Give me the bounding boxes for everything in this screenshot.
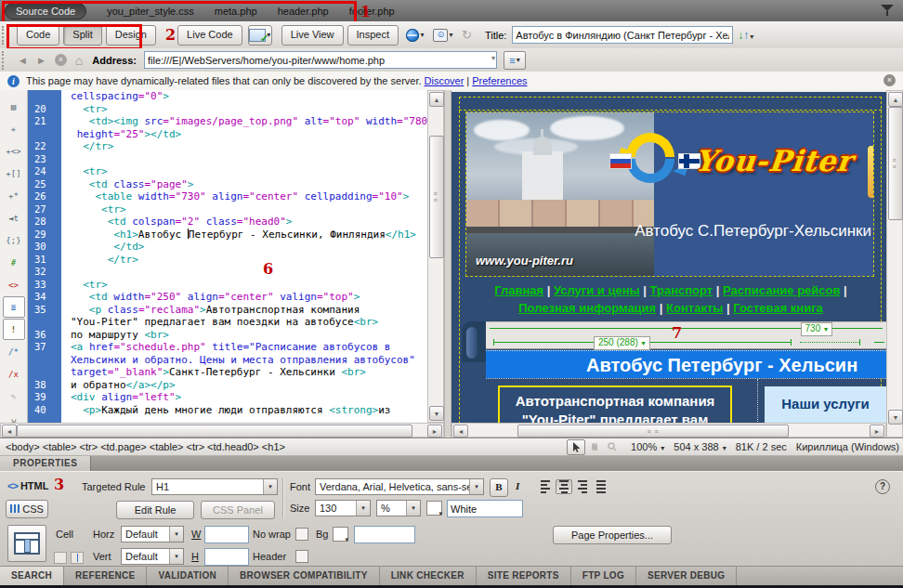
file-management-icon[interactable]: ↓↑▾ (738, 29, 753, 42)
code-line[interactable]: 31 </tr> (28, 254, 427, 267)
check-browser-compatibility-button[interactable]: ✓ ▾ (248, 25, 272, 46)
related-file-tab[interactable]: header.php (278, 6, 329, 17)
promo-text-box[interactable]: Автотранспортная компания "You-Piter" пр… (498, 385, 732, 423)
live-view-options-icon[interactable]: ≡▾ (504, 51, 526, 70)
scrollbar-thumb[interactable] (17, 425, 412, 438)
site-nav-link[interactable]: Услуги и цены (554, 283, 640, 297)
code-line[interactable]: "You-Piter" предлагает вам поездки на ав… (28, 316, 427, 329)
no-wrap-checkbox[interactable] (295, 528, 308, 541)
code-horizontal-scrollbar[interactable]: ◄ ► (0, 423, 444, 438)
source-code-tab[interactable]: Source Code (5, 3, 86, 20)
size-unit-select[interactable]: %▾ (376, 500, 421, 516)
collapse-full-tag-icon[interactable]: +<> (3, 140, 25, 162)
remove-comment-icon[interactable]: /x (3, 363, 25, 385)
css-mode-button[interactable]: CSS (6, 500, 48, 518)
cell-width-field[interactable] (204, 526, 249, 543)
open-documents-icon[interactable]: ▤ (3, 96, 25, 117)
code-line[interactable]: Хельсинки и обратно. Цены и места отправ… (28, 354, 427, 367)
code-line[interactable]: 25 <td class="page"> (28, 178, 427, 191)
scrollbar-thumb[interactable]: ≡ ≡ (429, 136, 444, 258)
site-nav-link[interactable]: Полезная информация (518, 301, 656, 315)
code-line[interactable]: 35 <p class="reclama">Автотранспортная к… (28, 304, 427, 317)
hand-tool-icon[interactable] (586, 440, 603, 454)
scroll-left-arrow[interactable]: ◄ (2, 425, 17, 438)
code-line[interactable]: 39<div align="left"> (28, 391, 427, 404)
code-line[interactable]: cellspacing="0"> (28, 90, 427, 103)
syntax-error-alerts-icon[interactable]: ! (3, 319, 25, 340)
split-cell-icon[interactable] (71, 552, 84, 564)
code-line[interactable]: 40 <p>Каждый день многие люди отправляют… (28, 404, 427, 417)
split-view-button[interactable]: Split (63, 25, 101, 46)
preferences-link[interactable]: Preferences (472, 75, 527, 86)
code-view-button[interactable]: Code (17, 25, 59, 46)
code-line[interactable]: 34 <td width="250" align="center" valign… (28, 291, 427, 304)
expand-all-icon[interactable]: +* (3, 185, 25, 206)
size-select[interactable]: 130▾ (315, 500, 371, 516)
results-tab-validation[interactable]: VALIDATION (147, 567, 229, 585)
scrollbar-thumb[interactable]: ≡ ≡ (517, 425, 789, 438)
vert-align-select[interactable]: Default▾ (121, 548, 184, 565)
site-nav-link[interactable]: Расписание рейсов (723, 283, 840, 297)
align-left-button[interactable] (537, 479, 554, 494)
zoom-level-select[interactable]: 100% ▾ (631, 441, 664, 452)
text-color-swatch[interactable] (426, 501, 442, 516)
code-line[interactable]: 24 <tr> (28, 165, 427, 178)
inspect-button[interactable]: Inspect (347, 25, 399, 46)
validate-markup-button[interactable]: ⊙ ▾ (432, 26, 454, 45)
align-center-button[interactable] (556, 479, 572, 494)
results-tab-browser-compatibility[interactable]: BROWSER COMPATIBILITY (229, 567, 380, 585)
scroll-down-arrow[interactable]: ▼ (429, 406, 444, 421)
results-tab-search[interactable]: SEARCH (0, 567, 64, 585)
collapse-selection-icon[interactable]: +[] (3, 163, 25, 184)
home-icon[interactable]: ⌂ (75, 53, 83, 68)
scroll-up-arrow[interactable]: ▲ (888, 92, 903, 107)
help-icon[interactable]: ? (875, 479, 890, 494)
code-line[interactable]: 22 </tr> (28, 140, 427, 153)
css-panel-button[interactable]: CSS Panel (201, 501, 275, 519)
code-vertical-scrollbar[interactable]: ▲ ≡ ≡ ▼ (427, 90, 444, 423)
address-dropdown-icon[interactable]: ▾ (491, 54, 495, 62)
select-parent-tag-icon[interactable]: ◄t (3, 207, 25, 229)
bg-color-swatch[interactable] (333, 527, 348, 542)
italic-button[interactable]: I (516, 480, 519, 491)
preview-in-browser-button[interactable]: ▾ (404, 26, 426, 45)
edit-rule-button[interactable]: Edit Rule (116, 501, 194, 519)
code-line[interactable]: 26 <table width="730" align="center" cel… (28, 190, 427, 203)
related-file-tab[interactable]: meta.php (215, 6, 257, 17)
bg-color-field[interactable] (354, 526, 415, 543)
refresh-icon[interactable]: ↻ (462, 28, 472, 42)
highlight-invalid-icon[interactable]: <> (3, 274, 25, 295)
design-horizontal-scrollbar[interactable]: ◄ ≡ ≡ ► (452, 423, 886, 438)
line-numbers-icon[interactable]: # (3, 252, 25, 273)
address-input[interactable] (144, 51, 497, 69)
scroll-right-arrow[interactable]: ► (427, 425, 442, 438)
tag-selector[interactable]: <body> <table> <tr> <td.page> <table> <t… (6, 441, 285, 452)
live-code-button[interactable]: Live Code (177, 25, 242, 46)
window-size-select[interactable]: 504 x 388 ▾ (674, 441, 726, 452)
back-icon[interactable]: ◄ (18, 55, 28, 66)
close-icon[interactable]: × (883, 74, 896, 86)
site-nav-link[interactable]: Гостевая книга (733, 301, 823, 315)
code-navigator-icon[interactable]: ✳ (3, 118, 25, 139)
justify-button[interactable] (593, 479, 609, 494)
scrollbar-thumb[interactable]: ≡ ≡ (888, 107, 903, 220)
code-line[interactable]: 27 <tr> (28, 203, 427, 216)
filter-icon[interactable] (881, 5, 894, 16)
word-wrap-icon[interactable]: ≣ (3, 296, 25, 318)
code-line[interactable]: height="25"></td> (28, 128, 427, 141)
site-nav-link[interactable]: Главная (494, 283, 543, 297)
results-tab-server-debug[interactable]: SERVER DEBUG (636, 567, 737, 585)
results-tab-link-checker[interactable]: LINK CHECKER (380, 567, 477, 585)
balance-braces-icon[interactable]: {;} (3, 229, 25, 251)
properties-tab[interactable]: PROPERTIES (0, 456, 91, 471)
format-source-icon[interactable]: ✎ (3, 385, 25, 407)
cell-height-field[interactable] (204, 548, 249, 566)
header-checkbox[interactable] (295, 550, 308, 563)
code-line[interactable]: 37<a href="schedule.php" title="Расписан… (28, 341, 427, 354)
code-line[interactable]: 32 (28, 266, 427, 279)
title-input[interactable] (512, 26, 733, 44)
design-view[interactable]: You-Piter Автобус С.Петербург-Хельсинки … (452, 90, 886, 423)
code-line[interactable]: 21 <td><img src="images/page_top.png" al… (28, 115, 427, 128)
merge-cells-icon[interactable] (54, 552, 67, 564)
code-line[interactable]: 33 <tr> (28, 279, 427, 292)
